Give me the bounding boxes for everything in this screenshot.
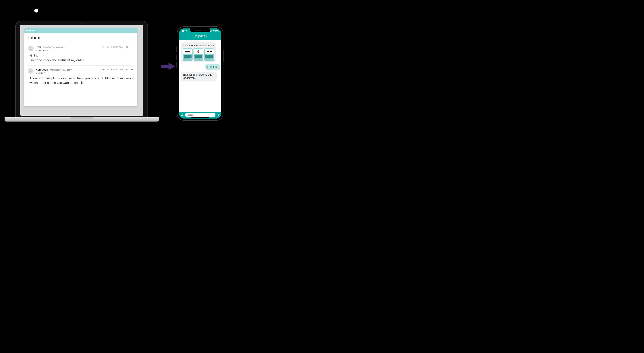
star-icon[interactable] [126,46,128,48]
mic-icon[interactable] [217,114,220,116]
email-time: 6:35 PM (3 hours ago) [101,46,124,48]
window-control-minimize[interactable] [29,30,31,32]
home-indicator[interactable] [191,117,209,118]
svg-rect-11 [218,114,219,115]
decorative-dot [34,8,38,12]
svg-rect-6 [185,52,190,52]
reply-icon[interactable] [131,46,134,48]
svg-rect-4 [211,30,211,32]
order-card[interactable] [194,48,204,61]
laptop-screen: Inbox Ron [20,25,143,116]
svg-rect-10 [198,52,199,53]
window-titlebar [24,28,137,33]
order-card[interactable] [183,48,192,61]
chat-area: Here are your active orders [179,40,221,112]
message-input[interactable] [185,113,216,117]
laptop-body: Inbox Ron [15,21,148,118]
sunglasses-icon [205,49,214,54]
svg-rect-9 [198,51,199,52]
watch-icon [194,49,203,54]
app-title: Helpdesk [193,34,207,38]
inbox-title: Inbox [28,35,40,40]
inbox-header: Inbox [28,33,134,43]
arrow-right-icon [161,62,175,71]
svg-point-1 [30,70,31,71]
sender-email: <RonDoe@gmail.com> [42,46,64,48]
wifi-icon [212,30,215,32]
avatar-icon [28,68,34,74]
window-control-close[interactable] [26,30,28,32]
svg-rect-7 [198,50,199,50]
order-card[interactable] [204,48,214,61]
bot-message-text: Thanks! Your order is out for delivery. [183,73,212,79]
phone-screen: 22:33 Helpdesk Here are your active orde… [179,28,221,118]
sender-email: <helpdesk@gmail.com> [50,68,72,71]
shoe-icon [183,49,192,54]
email-body: Hi Sir, I need to check the status of my… [30,54,134,62]
window-control-maximize[interactable] [32,30,34,32]
email-body: There are multiple orders placed from yo… [30,76,134,85]
bot-message-text: Here are your active orders [183,44,214,47]
svg-point-0 [30,47,31,48]
sender-name: Helpdesk [36,68,48,72]
bot-message: Here are your active orders [181,42,216,62]
window-content: Inbox Ron [24,33,137,89]
battery-icon [216,30,219,32]
status-time: 22:33 [182,30,187,32]
svg-rect-3 [210,31,210,32]
phone-notch [190,28,210,32]
attach-icon[interactable] [181,114,184,116]
email-time: 6:35 PM (3 hours ago) [101,68,124,71]
svg-rect-5 [212,30,212,32]
reply-icon[interactable] [131,68,134,71]
order-cards [183,48,214,61]
star-icon[interactable] [126,68,128,71]
laptop: Inbox Ron [4,21,159,121]
chevron-down-icon[interactable] [47,50,48,51]
email-message: Helpdesk <helpdesk@gmail.com> to Britta … [28,66,134,88]
sender-name: Ron [36,46,41,49]
user-message-text: First one [207,65,218,68]
email-message: Ron <RonDoe@gmail.com> to helpdesk 6:35 … [28,43,134,66]
email-window: Inbox Ron [24,28,137,106]
to-line: to Britta [36,72,43,74]
phone: 22:33 Helpdesk Here are your active orde… [177,26,224,121]
chevron-down-icon[interactable] [44,72,45,74]
more-options-icon[interactable] [131,36,133,39]
avatar-icon [28,46,34,52]
app-header: Helpdesk [179,33,221,40]
laptop-base [4,118,159,121]
bot-message: Thanks! Your order is out for delivery. [181,72,216,82]
to-line: to helpdesk [36,49,46,52]
user-message: First one [205,64,220,70]
